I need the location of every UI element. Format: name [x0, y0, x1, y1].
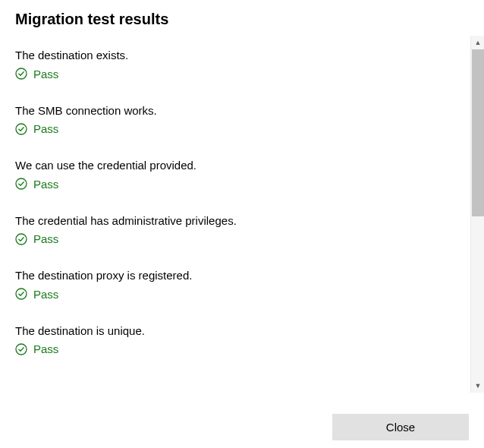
- result-status: Pass: [15, 232, 455, 245]
- close-button[interactable]: Close: [332, 414, 469, 440]
- status-text: Pass: [33, 178, 58, 191]
- dialog-footer: Close: [332, 414, 469, 440]
- checkmark-circle-icon: [15, 288, 27, 300]
- result-status: Pass: [15, 288, 455, 301]
- result-item: The credential has administrative privil…: [15, 213, 455, 246]
- status-text: Pass: [33, 288, 58, 301]
- result-description: The destination exists.: [15, 48, 455, 63]
- status-text: Pass: [33, 68, 58, 80]
- result-status: Pass: [15, 122, 455, 135]
- result-item: We can use the credential provided. Pass: [15, 158, 455, 191]
- status-text: Pass: [33, 232, 58, 245]
- result-item: The destination proxy is registered. Pas…: [15, 268, 455, 301]
- result-item: The destination is unique. Pass: [15, 323, 455, 356]
- checkmark-circle-icon: [15, 123, 27, 135]
- result-item: The SMB connection works. Pass: [15, 103, 455, 136]
- svg-point-1: [16, 124, 27, 134]
- scroll-down-arrow-icon[interactable]: ▼: [471, 379, 484, 393]
- results-list: The destination exists. Pass The SMB con…: [0, 36, 470, 393]
- result-description: We can use the credential provided.: [15, 158, 455, 173]
- checkmark-circle-icon: [15, 178, 27, 190]
- checkmark-circle-icon: [15, 68, 27, 80]
- scroll-up-arrow-icon[interactable]: ▲: [471, 36, 484, 49]
- result-status: Pass: [15, 178, 455, 191]
- svg-point-3: [16, 234, 27, 245]
- scrollbar[interactable]: ▲ ▼: [470, 36, 484, 393]
- scrollbar-thumb[interactable]: [472, 49, 484, 216]
- result-description: The destination proxy is registered.: [15, 268, 455, 283]
- dialog-title: Migration test results: [0, 0, 484, 36]
- svg-point-2: [16, 178, 27, 189]
- result-description: The SMB connection works.: [15, 103, 455, 118]
- result-status: Pass: [15, 342, 455, 355]
- status-text: Pass: [33, 342, 58, 355]
- svg-point-4: [16, 289, 27, 299]
- result-description: The credential has administrative privil…: [15, 213, 455, 229]
- checkmark-circle-icon: [15, 233, 27, 245]
- svg-point-5: [16, 344, 27, 355]
- result-description: The destination is unique.: [15, 323, 455, 339]
- status-text: Pass: [33, 122, 58, 135]
- svg-point-0: [16, 68, 27, 79]
- result-item: The destination exists. Pass: [15, 48, 455, 80]
- result-status: Pass: [15, 68, 455, 80]
- content-wrapper: The destination exists. Pass The SMB con…: [0, 36, 484, 393]
- checkmark-circle-icon: [15, 343, 27, 355]
